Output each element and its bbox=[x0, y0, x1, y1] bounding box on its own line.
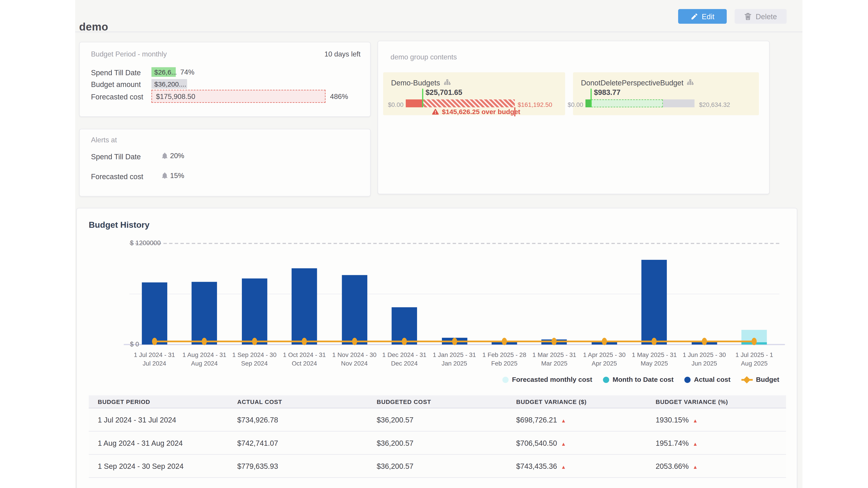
table-header-row: BUDGET PERIODACTUAL COSTBUDGETED COSTBUD… bbox=[89, 395, 786, 408]
variance-pct-cell: 1951.74%▲ bbox=[647, 431, 786, 455]
variance-usd-cell: $743,435.36▲ bbox=[507, 454, 647, 478]
table-row[interactable]: 1 Aug 2024 - 31 Aug 2024$742,741.07$36,2… bbox=[89, 431, 786, 455]
budget-tile-name: Demo-Budgets bbox=[391, 78, 451, 87]
variance-up-icon: ▲ bbox=[692, 418, 698, 423]
forecast-segment bbox=[591, 99, 663, 107]
period-cell: 1 Aug 2024 - 31 Aug 2024 bbox=[89, 431, 228, 455]
hierarchy-icon bbox=[687, 79, 694, 87]
budget-history-card: Budget History $ 1200000 $ 0 1 Jul 2024 … bbox=[76, 208, 798, 488]
bell-icon bbox=[162, 172, 168, 179]
budget-tile-demo-budgets[interactable]: Demo-Budgets $25,701.65 $0.00 $161,192.5… bbox=[383, 72, 565, 115]
legend-swatch-icon bbox=[684, 377, 690, 383]
alert-forecast-value: 15% bbox=[162, 172, 184, 180]
budget-min-label: $0.00 bbox=[388, 101, 403, 108]
alert-spend-label: Spend Till Date bbox=[91, 153, 141, 161]
budget-line-marker bbox=[402, 338, 407, 345]
budget-min-label: $0.00 bbox=[567, 101, 583, 108]
over-budget-row: $145,626.25 over budget bbox=[432, 108, 520, 116]
spend-segment bbox=[406, 99, 423, 107]
budget-line-marker bbox=[602, 338, 607, 345]
table-row[interactable]: 1 Sep 2024 - 30 Sep 2024$779,635.93$36,2… bbox=[89, 454, 786, 478]
budgeted-cost-cell: $36,200.57 bbox=[368, 454, 507, 478]
x-axis-labels: 1 Jul 2024 - 31Jul 20241 Aug 2024 - 31Au… bbox=[129, 351, 779, 370]
x-axis-label: 1 Nov 2024 - 30Nov 2024 bbox=[327, 351, 381, 367]
period-cell: 1 Jul 2024 - 31 Jul 2024 bbox=[89, 408, 228, 431]
x-axis-label: 1 Jan 2025 - 31Jan 2025 bbox=[427, 351, 482, 367]
legend-label: Month to Date cost bbox=[613, 376, 674, 384]
x-axis-label: 1 Jun 2025 - 30Jun 2025 bbox=[677, 351, 732, 367]
budget-max-label: $161,192.50 bbox=[518, 101, 552, 108]
spend-marker-line bbox=[591, 89, 592, 107]
over-budget-text: $145,626.25 over budget bbox=[442, 108, 520, 116]
budget-line-marker bbox=[252, 338, 257, 345]
budget-name-text: DonotDeletePerspectiveBudget bbox=[581, 78, 683, 87]
legend-item[interactable]: Actual cost bbox=[684, 376, 730, 384]
x-axis-label: 1 May 2025 - 31May 2025 bbox=[627, 351, 682, 367]
budget-line-marker bbox=[502, 338, 507, 345]
actual-cost-cell: $734,926.78 bbox=[228, 408, 368, 431]
spend-till-date-value: $26,6... bbox=[151, 67, 176, 77]
budget-tile-donotdelete[interactable]: DonotDeletePerspectiveBudget $983.77 $0.… bbox=[573, 72, 759, 115]
variance-up-icon: ▲ bbox=[561, 418, 566, 423]
budget-line-marker bbox=[702, 338, 707, 345]
x-axis-label: 1 Feb 2025 - 28Feb 2025 bbox=[477, 351, 531, 367]
budget-history-title: Budget History bbox=[89, 220, 150, 230]
alerts-card: Alerts at Spend Till Date 20% Forecasted… bbox=[79, 129, 371, 197]
alert-forecast-percent: 15% bbox=[170, 172, 184, 180]
gridline-1200000 bbox=[129, 243, 779, 244]
budget-history-table: BUDGET PERIODACTUAL COSTBUDGETED COSTBUD… bbox=[89, 395, 786, 478]
spend-segment bbox=[585, 99, 591, 107]
budget-end-tick bbox=[514, 107, 515, 116]
legend-label: Budget bbox=[756, 376, 779, 384]
chart-legend: Forecasted monthly costMonth to Date cos… bbox=[502, 376, 779, 384]
bell-icon bbox=[162, 153, 168, 159]
table-header-cell: BUDGET VARIANCE (%) bbox=[647, 395, 786, 408]
delete-button[interactable]: Delete bbox=[735, 9, 786, 24]
legend-swatch-icon bbox=[603, 377, 609, 383]
budget-tile-name: DonotDeletePerspectiveBudget bbox=[581, 78, 694, 87]
alert-forecast-label: Forecasted cost bbox=[91, 172, 143, 181]
budget-progress-bar bbox=[585, 99, 694, 107]
period-cell: 1 Sep 2024 - 30 Sep 2024 bbox=[89, 454, 228, 478]
variance-usd-cell: $706,540.50▲ bbox=[507, 431, 647, 455]
actual-cost-cell: $779,635.93 bbox=[228, 454, 368, 478]
legend-label: Forecasted monthly cost bbox=[512, 376, 592, 384]
overrun-hatched-segment bbox=[423, 99, 515, 107]
budget-amount-label: Budget amount bbox=[91, 80, 141, 89]
hierarchy-icon bbox=[443, 79, 451, 87]
budgeted-cost-cell: $36,200.57 bbox=[368, 431, 507, 455]
budget-current-spend: $25,701.65 bbox=[426, 88, 463, 97]
header-divider bbox=[75, 32, 803, 32]
forecasted-cost-label: Forecasted cost bbox=[91, 93, 143, 101]
edit-button[interactable]: Edit bbox=[678, 9, 727, 24]
page-title: demo bbox=[79, 21, 108, 33]
table-header-cell: ACTUAL COST bbox=[228, 395, 368, 408]
table-row[interactable]: 1 Jul 2024 - 31 Jul 2024$734,926.78$36,2… bbox=[89, 408, 786, 431]
pencil-icon bbox=[690, 13, 698, 20]
x-axis-label: 1 Sep 2024 - 30Sep 2024 bbox=[227, 351, 281, 367]
variance-up-icon: ▲ bbox=[692, 464, 698, 470]
actual-cost-bar bbox=[192, 282, 217, 345]
legend-item[interactable]: Month to Date cost bbox=[603, 376, 674, 384]
edit-button-label: Edit bbox=[702, 12, 714, 21]
budget-amount-value: $36,200.... bbox=[151, 79, 187, 89]
alert-spend-value: 20% bbox=[162, 152, 184, 160]
delete-button-label: Delete bbox=[756, 12, 777, 21]
budget-diamond-icon bbox=[741, 376, 752, 383]
remaining-segment bbox=[663, 99, 694, 107]
budget-history-chart: $ 1200000 $ 0 bbox=[129, 243, 779, 345]
legend-item[interactable]: Budget bbox=[741, 376, 779, 384]
gridline-600000 bbox=[129, 294, 779, 294]
variance-pct-cell: 2053.66%▲ bbox=[647, 454, 786, 478]
budgeted-cost-cell: $36,200.57 bbox=[368, 408, 507, 431]
actual-cost-bar bbox=[291, 268, 317, 345]
x-axis-label: 1 Aug 2024 - 31Aug 2024 bbox=[177, 351, 231, 367]
budget-current-spend: $983.77 bbox=[594, 88, 621, 97]
legend-item[interactable]: Forecasted monthly cost bbox=[502, 376, 592, 384]
table-header-cell: BUDGETED COST bbox=[368, 395, 507, 408]
alert-spend-percent: 20% bbox=[170, 152, 184, 160]
x-axis-label: 1 Jul 2025 - 1Aug 2025 bbox=[727, 351, 781, 367]
variance-up-icon: ▲ bbox=[561, 441, 566, 447]
spend-till-date-percent: 74% bbox=[180, 68, 195, 76]
budget-period-card: Budget Period - monthly 10 days left Spe… bbox=[79, 42, 371, 117]
